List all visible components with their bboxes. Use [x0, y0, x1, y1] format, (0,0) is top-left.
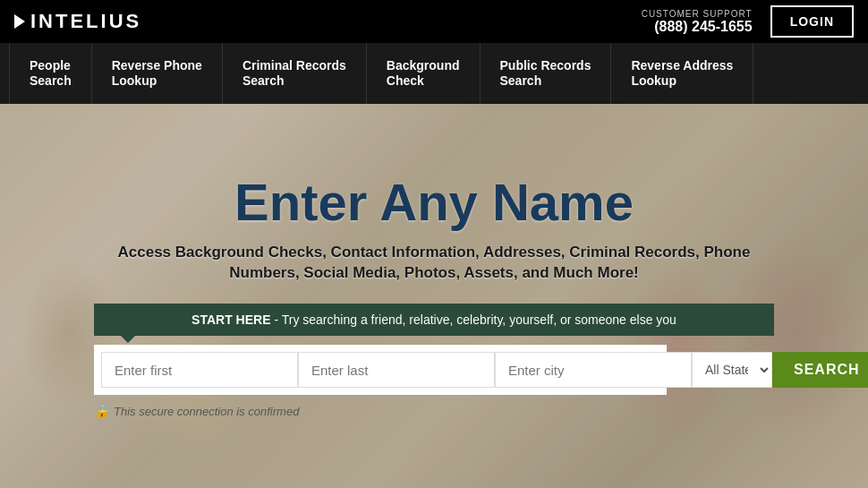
first-name-input[interactable] — [101, 352, 298, 388]
hero-title: Enter Any Name — [94, 174, 774, 231]
nav-item-public-records-search[interactable]: Public RecordsSearch — [481, 43, 612, 104]
nav-item-people-search[interactable]: PeopleSearch — [9, 43, 92, 104]
start-here-desc: - Try searching a friend, relative, cele… — [271, 312, 677, 327]
hero-section: Enter Any Name Access Background Checks,… — [0, 104, 868, 488]
start-here-banner: START HERE - Try searching a friend, rel… — [94, 304, 774, 336]
customer-support-phone[interactable]: (888) 245-1655 — [642, 19, 753, 35]
nav-item-reverse-phone-lookup[interactable]: Reverse PhoneLookup — [92, 43, 223, 104]
top-bar: INTELIUS CUSTOMER SUPPORT (888) 245-1655… — [0, 0, 868, 43]
logo[interactable]: INTELIUS — [14, 10, 141, 33]
nav-item-criminal-records-search[interactable]: Criminal RecordsSearch — [223, 43, 367, 104]
hero-content: Enter Any Name Access Background Checks,… — [76, 174, 792, 418]
city-input[interactable] — [495, 352, 692, 388]
state-select[interactable]: All StatesALAKAZARCACOCTDEFLGAHIIDILINIA… — [692, 352, 772, 388]
search-form: All StatesALAKAZARCACOCTDEFLGAHIIDILINIA… — [94, 345, 667, 395]
logo-text: INTELIUS — [30, 10, 141, 33]
top-right: CUSTOMER SUPPORT (888) 245-1655 LOGIN — [642, 5, 854, 38]
secure-text: This secure connection is confirmed — [114, 405, 299, 418]
customer-support-label: CUSTOMER SUPPORT — [642, 9, 753, 19]
last-name-input[interactable] — [298, 352, 495, 388]
customer-support: CUSTOMER SUPPORT (888) 245-1655 — [642, 9, 753, 35]
lock-icon: 🔒 — [94, 404, 109, 418]
logo-arrow-icon — [14, 14, 25, 29]
login-button[interactable]: LOGIN — [770, 5, 854, 38]
nav-item-reverse-address-lookup[interactable]: Reverse AddressLookup — [611, 43, 753, 104]
search-button[interactable]: SEARCH — [772, 352, 868, 388]
start-here-label: START HERE — [191, 312, 270, 327]
nav-bar: PeopleSearch Reverse PhoneLookup Crimina… — [0, 43, 868, 104]
nav-item-background-check[interactable]: BackgroundCheck — [367, 43, 481, 104]
hero-subtitle: Access Background Checks, Contact Inform… — [94, 242, 774, 285]
secure-connection-line: 🔒 This secure connection is confirmed — [94, 404, 774, 418]
